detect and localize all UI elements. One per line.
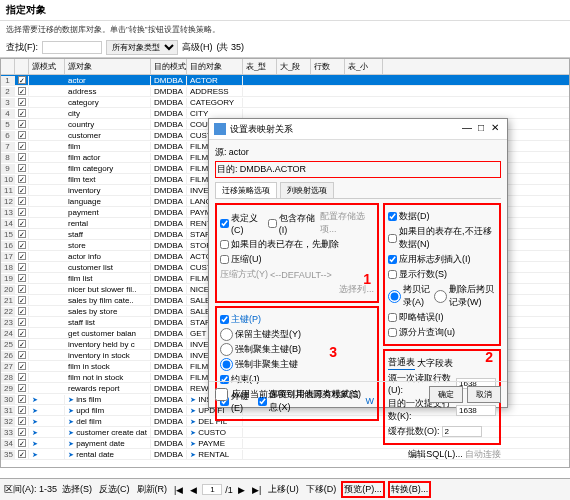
page-input[interactable]	[202, 484, 222, 495]
tab-strategy[interactable]: 迁移策略选项	[215, 182, 277, 198]
window-titlebar: 指定对象	[0, 0, 570, 21]
next-page-button[interactable]: ▶	[238, 485, 245, 495]
refresh-button[interactable]: 刷新(R)	[137, 483, 168, 496]
dialog-titlebar[interactable]: 设置表映射关系 — □ ✕	[209, 119, 507, 140]
move-down-button[interactable]: 下移(D)	[306, 483, 337, 496]
col-source-object[interactable]: 源对象	[65, 59, 151, 74]
group-table-def: 表定义(C) 包含存储(I) 配置存储选项... 如果目的表已存在，先删除 压缩…	[215, 203, 379, 303]
window-title: 指定对象	[6, 3, 564, 17]
chk-apply-others[interactable]	[215, 388, 228, 401]
dialog-icon	[214, 123, 226, 135]
count-label: (共 35)	[217, 41, 245, 54]
chk-storage[interactable]	[268, 219, 277, 228]
mapping-dialog: 设置表映射关系 — □ ✕ 源: actor 目的: DMDBA.ACTOR 迁…	[208, 118, 508, 408]
table-row[interactable]: 2addressDMDBAADDRESS	[1, 86, 569, 97]
close-button[interactable]: ✕	[488, 122, 502, 136]
col-source-schema[interactable]: 源模式	[29, 59, 65, 74]
dialog-title: 设置表映射关系	[230, 123, 460, 136]
chk-table-def[interactable]	[220, 219, 229, 228]
range-label: 区间(A): 1-35	[4, 483, 57, 496]
move-up-button[interactable]: 上移(U)	[268, 483, 299, 496]
footer-bar: 区间(A): 1-35 选择(S) 反选(C) 刷新(R) |◀ ◀ /1 ▶ …	[0, 478, 570, 500]
last-page-button[interactable]: ▶|	[252, 485, 261, 495]
edit-sql-link[interactable]: 编辑SQL(L)...	[408, 449, 463, 459]
minimize-button[interactable]: —	[460, 122, 474, 136]
group-data: 数据(D) 如果目的表存在,不迁移数据(N) 应用标志列插入(I) 显示行数(S…	[383, 203, 501, 346]
advanced-link[interactable]: 高级(H)	[182, 41, 213, 54]
toolbar: 查找(F): 所有对象类型 高级(H) (共 35)	[0, 38, 570, 58]
table-row[interactable]: 1actorDMDBAACTOR	[1, 75, 569, 86]
window-subtitle: 选择需要迁移的数据库对象。单击"转换"按钮设置转换策略。	[0, 21, 570, 38]
unselect-button[interactable]: 反选(C)	[99, 483, 130, 496]
col-dest-object[interactable]: 目的对象	[187, 59, 243, 74]
maximize-button[interactable]: □	[474, 122, 488, 136]
cancel-button[interactable]: 取消	[467, 386, 501, 403]
find-input[interactable]	[42, 41, 102, 54]
find-label: 查找(F):	[6, 41, 38, 54]
scope-select[interactable]: 所有对象类型	[106, 40, 178, 55]
cache-batch-input[interactable]	[442, 426, 482, 437]
select-button[interactable]: 选择(S)	[62, 483, 92, 496]
table-row[interactable]: 3categoryDMDBACATEGORY	[1, 97, 569, 108]
col-dest-schema[interactable]: 目的模式	[151, 59, 187, 74]
prev-page-button[interactable]: ◀	[190, 485, 197, 495]
first-page-button[interactable]: |◀	[174, 485, 183, 495]
chk-pk[interactable]	[220, 315, 229, 324]
preview-button[interactable]: 预览(P)...	[341, 481, 385, 498]
chk-drop-exist[interactable]	[220, 240, 229, 249]
table-header: 源模式 源对象 目的模式 目的对象 表_型 大_段 行数 表_小	[1, 59, 569, 75]
chk-data[interactable]	[388, 212, 397, 221]
convert-button[interactable]: 转换(B)...	[388, 481, 432, 498]
chk-compress[interactable]	[220, 255, 229, 264]
ok-button[interactable]: 确定	[429, 386, 463, 403]
tab-column-map[interactable]: 列映射选项	[280, 182, 334, 198]
